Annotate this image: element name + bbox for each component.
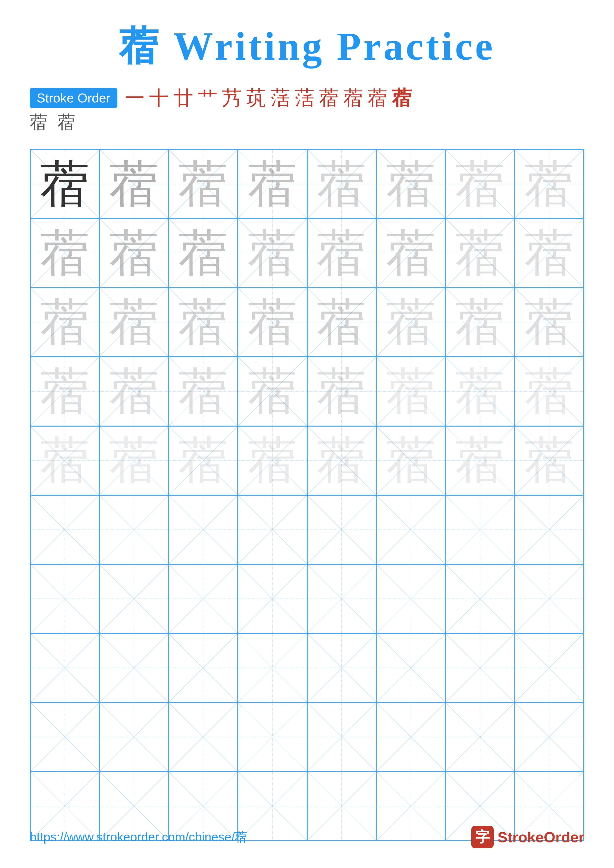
cell-9-1[interactable] (30, 702, 99, 772)
char-fade: 蓿 (109, 228, 159, 278)
cell-3-3[interactable]: 蓿 (169, 288, 238, 357)
cell-6-2[interactable] (99, 495, 168, 564)
cell-6-3[interactable] (169, 495, 238, 564)
cell-1-6[interactable]: 蓿 (376, 149, 445, 219)
cell-5-3[interactable]: 蓿 (169, 426, 238, 495)
grid-row-8 (30, 634, 584, 702)
cell-1-4[interactable]: 蓿 (238, 149, 307, 219)
cell-2-5[interactable]: 蓿 (307, 219, 376, 288)
cell-4-3[interactable]: 蓿 (169, 357, 238, 426)
grid-row-3: 蓿 蓿 蓿 蓿 蓿 蓿 蓿 (30, 288, 584, 357)
stroke-1: 一 (125, 88, 145, 108)
cell-6-8[interactable] (515, 495, 584, 564)
cell-7-1[interactable] (30, 564, 99, 633)
char-fade: 蓿 (178, 228, 228, 278)
cell-7-8[interactable] (515, 564, 584, 633)
cell-8-7[interactable] (445, 634, 515, 702)
cell-4-6[interactable]: 蓿 (376, 357, 445, 426)
cell-2-1[interactable]: 蓿 (30, 219, 99, 288)
cell-5-5[interactable]: 蓿 (307, 426, 376, 495)
stroke-12: 蓿 (392, 88, 412, 108)
cell-7-2[interactable] (99, 564, 168, 633)
cell-6-7[interactable] (445, 495, 515, 564)
cell-5-4[interactable]: 蓿 (238, 426, 307, 495)
cell-5-2[interactable]: 蓿 (99, 426, 168, 495)
cell-5-6[interactable]: 蓿 (376, 426, 445, 495)
cell-1-2[interactable]: 蓿 (99, 149, 168, 219)
cell-3-7[interactable]: 蓿 (445, 288, 515, 357)
char-fade: 蓿 (109, 436, 159, 485)
cell-8-8[interactable] (515, 634, 584, 702)
cell-5-7[interactable]: 蓿 (445, 426, 515, 495)
cell-2-2[interactable]: 蓿 (99, 219, 168, 288)
cell-6-4[interactable] (238, 495, 307, 564)
cell-8-4[interactable] (238, 634, 307, 702)
cell-1-5[interactable]: 蓿 (307, 149, 376, 219)
cell-4-2[interactable]: 蓿 (99, 357, 168, 426)
cell-9-7[interactable] (445, 702, 515, 772)
cell-7-3[interactable] (169, 564, 238, 633)
cell-1-3[interactable]: 蓿 (169, 149, 238, 219)
cell-1-1[interactable]: 蓿 (30, 149, 99, 219)
cell-4-5[interactable]: 蓿 (307, 357, 376, 426)
grid-row-4: 蓿 蓿 蓿 蓿 蓿 蓿 蓿 (30, 357, 584, 426)
stroke-order-badge: Stroke Order (30, 88, 117, 108)
cell-4-7[interactable]: 蓿 (445, 357, 515, 426)
cell-7-4[interactable] (238, 564, 307, 633)
brand-icon: 字 (471, 826, 494, 848)
cell-2-3[interactable]: 蓿 (169, 219, 238, 288)
stroke-8: 萿 (295, 88, 314, 108)
char-fade: 蓿 (248, 160, 297, 209)
stroke-6: 茿 (246, 88, 266, 108)
char-fade: 蓿 (317, 228, 366, 278)
char-fade: 蓿 (248, 436, 297, 485)
title-char: 蓿 (119, 24, 161, 68)
cell-4-4[interactable]: 蓿 (238, 357, 307, 426)
char-fade: 蓿 (40, 436, 90, 485)
cell-7-5[interactable] (307, 564, 376, 633)
cell-6-1[interactable] (30, 495, 99, 564)
cell-9-2[interactable] (99, 702, 168, 772)
cell-7-7[interactable] (445, 564, 515, 633)
cell-8-6[interactable] (376, 634, 445, 702)
cell-9-4[interactable] (238, 702, 307, 772)
cell-3-4[interactable]: 蓿 (238, 288, 307, 357)
cell-7-6[interactable] (376, 564, 445, 633)
cell-4-8[interactable]: 蓿 (515, 357, 584, 426)
pinyin-char-2: 蓿 (58, 110, 75, 134)
cell-2-6[interactable]: 蓿 (376, 219, 445, 288)
cell-2-4[interactable]: 蓿 (238, 219, 307, 288)
cell-4-1[interactable]: 蓿 (30, 357, 99, 426)
cell-3-6[interactable]: 蓿 (376, 288, 445, 357)
footer-url[interactable]: https://www.strokeorder.com/chinese/蓿 (30, 829, 247, 845)
cell-8-5[interactable] (307, 634, 376, 702)
cell-9-3[interactable] (169, 702, 238, 772)
char-fade: 蓿 (317, 160, 366, 209)
cell-8-2[interactable] (99, 634, 168, 702)
cell-3-8[interactable]: 蓿 (515, 288, 584, 357)
char-fade: 蓿 (524, 228, 574, 278)
stroke-5: 艿 (222, 88, 242, 108)
cell-3-2[interactable]: 蓿 (99, 288, 168, 357)
cell-2-8[interactable]: 蓿 (515, 219, 584, 288)
cell-1-7[interactable]: 蓿 (445, 149, 515, 219)
char-fade: 蓿 (386, 367, 436, 416)
char-fade: 蓿 (455, 436, 505, 485)
cell-6-5[interactable] (307, 495, 376, 564)
cell-8-1[interactable] (30, 634, 99, 702)
cell-1-8[interactable]: 蓿 (515, 149, 584, 219)
cell-5-8[interactable]: 蓿 (515, 426, 584, 495)
cell-8-3[interactable] (169, 634, 238, 702)
grid-row-6 (30, 495, 584, 564)
char-fade: 蓿 (178, 367, 228, 416)
cell-3-1[interactable]: 蓿 (30, 288, 99, 357)
brand-name: StrokeOrder (497, 829, 584, 846)
cell-3-5[interactable]: 蓿 (307, 288, 376, 357)
cell-5-1[interactable]: 蓿 (30, 426, 99, 495)
cell-6-6[interactable] (376, 495, 445, 564)
cell-9-8[interactable] (515, 702, 584, 772)
cell-9-6[interactable] (376, 702, 445, 772)
cell-2-7[interactable]: 蓿 (445, 219, 515, 288)
cell-9-5[interactable] (307, 702, 376, 772)
grid-row-5: 蓿 蓿 蓿 蓿 蓿 蓿 蓿 (30, 426, 584, 495)
